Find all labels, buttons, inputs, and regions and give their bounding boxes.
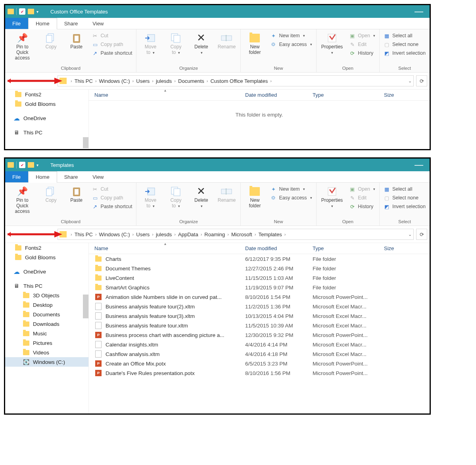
- move-to-button[interactable]: Moveto ▾: [139, 184, 162, 209]
- history-button[interactable]: ⟳History: [347, 49, 377, 57]
- move-to-button[interactable]: Moveto ▾: [139, 31, 162, 55]
- nav-item[interactable]: Videos: [5, 348, 88, 357]
- paste-button[interactable]: Paste: [65, 184, 88, 203]
- nav-item[interactable]: Gold Blooms: [5, 99, 88, 109]
- list-item[interactable]: PBusiness process chart with ascending p…: [89, 330, 430, 340]
- properties-button[interactable]: Properties▾: [319, 31, 345, 55]
- tab-view[interactable]: View: [85, 171, 111, 182]
- breadcrumb-segment[interactable]: Documents: [178, 78, 204, 84]
- list-item[interactable]: Document Themes12/27/2015 2:46 PMFile fo…: [89, 264, 430, 273]
- chevron-right-icon[interactable]: ›: [225, 232, 231, 237]
- list-item[interactable]: Cashflow analysis.xltm4/4/2016 4:18 PMMi…: [89, 349, 430, 359]
- list-item[interactable]: Business analysis feature tour.xltm11/5/…: [89, 321, 430, 330]
- chevron-right-icon[interactable]: ›: [172, 78, 178, 83]
- copy-button[interactable]: Copy: [40, 31, 63, 50]
- list-item[interactable]: PCreate an Office Mix.potx6/5/2015 3:23 …: [89, 359, 430, 368]
- new-folder-button[interactable]: Newfolder: [243, 184, 266, 209]
- refresh-button[interactable]: ⟳: [416, 229, 427, 240]
- minimize-button[interactable]: —: [411, 6, 427, 17]
- nav-pane[interactable]: Fonts2Gold Blooms☁OneDrive🖥This PC: [5, 90, 89, 149]
- column-header-date[interactable]: Date modified: [245, 245, 313, 251]
- select-all-button[interactable]: ▦Select all: [382, 32, 427, 40]
- list-item[interactable]: LiveContent11/15/2015 1:03 AMFile folder: [89, 273, 430, 283]
- nav-item[interactable]: Documents: [5, 310, 88, 319]
- chevron-right-icon[interactable]: ›: [252, 232, 259, 237]
- nav-item[interactable]: 🖥This PC: [5, 128, 88, 137]
- qat-properties-icon[interactable]: ✔: [19, 8, 25, 15]
- open-button[interactable]: ▣Open▾: [347, 32, 377, 40]
- paste-shortcut-button[interactable]: ↗Paste shortcut: [90, 203, 134, 210]
- chevron-right-icon[interactable]: ›: [172, 232, 178, 237]
- chevron-right-icon[interactable]: ›: [93, 78, 99, 83]
- invert-selection-button[interactable]: ◩Invert selection: [382, 203, 427, 210]
- column-header-type[interactable]: Type: [313, 92, 384, 98]
- rename-button[interactable]: Rename: [215, 31, 238, 50]
- column-header-name[interactable]: Name: [94, 245, 245, 251]
- qat-properties-icon[interactable]: ✔: [19, 162, 25, 168]
- tab-share[interactable]: Share: [57, 171, 86, 182]
- tab-file[interactable]: File: [5, 18, 28, 29]
- chevron-right-icon[interactable]: ›: [150, 78, 156, 83]
- tab-home[interactable]: Home: [28, 171, 57, 183]
- chevron-right-icon[interactable]: ›: [93, 232, 99, 237]
- tab-view[interactable]: View: [85, 18, 111, 29]
- pin-to-quick-access-button[interactable]: 📌 Pin to Quickaccess: [8, 31, 37, 61]
- breadcrumb-segment[interactable]: This PC: [75, 232, 93, 237]
- list-item[interactable]: PDuarte's Five Rules presentation.potx8/…: [89, 368, 430, 378]
- chevron-right-icon[interactable]: ›: [130, 232, 136, 237]
- breadcrumb-segment[interactable]: Users: [136, 78, 150, 84]
- paste-button[interactable]: Paste: [65, 31, 88, 50]
- column-header-size[interactable]: Size: [384, 92, 408, 98]
- copy-to-button[interactable]: Copyto ▾: [164, 184, 187, 209]
- nav-item[interactable]: Pictures: [5, 338, 88, 348]
- breadcrumb-segment[interactable]: Windows (C:): [99, 232, 130, 237]
- breadcrumb-segment[interactable]: Templates: [258, 232, 282, 237]
- select-none-button[interactable]: ▢Select none: [382, 194, 427, 202]
- tab-home[interactable]: Home: [28, 18, 57, 29]
- nav-item[interactable]: Fonts2: [5, 243, 88, 253]
- new-folder-button[interactable]: Newfolder: [243, 31, 266, 55]
- column-header-type[interactable]: Type: [313, 245, 384, 251]
- list-item[interactable]: PAnimation slide Numbers slide in on cur…: [89, 292, 430, 302]
- cut-button[interactable]: ✂Cut: [90, 32, 134, 40]
- nav-item[interactable]: 💽Windows (C:): [5, 357, 88, 367]
- edit-button[interactable]: ✎Edit: [347, 194, 377, 202]
- cut-button[interactable]: ✂Cut: [90, 185, 134, 193]
- breadcrumb-segment[interactable]: Custom Office Templates: [210, 78, 268, 84]
- rename-button[interactable]: Rename: [215, 184, 238, 203]
- easy-access-button[interactable]: ⯐Easy access▾: [269, 194, 313, 202]
- scrollbar-thumb[interactable]: [83, 295, 88, 318]
- minimize-button[interactable]: —: [411, 160, 427, 170]
- list-item[interactable]: Business analysis feature tour(3).xltm10…: [89, 311, 430, 321]
- open-button[interactable]: ▣Open▾: [347, 185, 377, 193]
- paste-shortcut-button[interactable]: ↗Paste shortcut: [90, 49, 134, 57]
- new-item-button[interactable]: ✦New item▾: [269, 32, 313, 40]
- nav-item[interactable]: Desktop: [5, 300, 88, 310]
- delete-button[interactable]: ✕ Delete▾: [190, 31, 213, 55]
- column-header-name[interactable]: Name: [94, 92, 245, 98]
- breadcrumb-segment[interactable]: julesds: [156, 78, 172, 84]
- chevron-right-icon[interactable]: ›: [268, 78, 274, 83]
- history-button[interactable]: ⟳History: [347, 203, 377, 210]
- easy-access-button[interactable]: ⯐Easy access▾: [269, 40, 313, 48]
- list-item[interactable]: Charts6/12/2017 9:35 PMFile folder: [89, 254, 430, 264]
- qat-dropdown-icon[interactable]: ▾: [36, 163, 38, 167]
- delete-button[interactable]: ✕ Delete▾: [190, 184, 213, 209]
- pin-to-quick-access-button[interactable]: 📌 Pin to Quickaccess: [8, 184, 37, 214]
- address-bar[interactable]: ›This PC›Windows (C:)›Users›julesds›AppD…: [58, 229, 414, 240]
- nav-item[interactable]: 🖥This PC: [5, 281, 88, 291]
- chevron-right-icon[interactable]: ›: [204, 78, 211, 83]
- address-dropdown-icon[interactable]: ⌄: [408, 232, 412, 237]
- breadcrumb-segment[interactable]: AppData: [178, 232, 198, 237]
- copy-button[interactable]: Copy: [40, 184, 63, 203]
- address-bar[interactable]: ›This PC›Windows (C:)›Users›julesds›Docu…: [58, 75, 414, 86]
- nav-item[interactable]: Gold Blooms: [5, 253, 88, 262]
- chevron-right-icon[interactable]: ›: [130, 78, 136, 83]
- address-dropdown-icon[interactable]: ⌄: [408, 78, 412, 84]
- list-item[interactable]: Business analysis feature tour(2).xltm11…: [89, 302, 430, 311]
- nav-item[interactable]: ☁OneDrive: [5, 267, 88, 276]
- copy-to-button[interactable]: Copyto ▾: [164, 31, 187, 55]
- refresh-button[interactable]: ⟳: [416, 75, 427, 86]
- copy-path-button[interactable]: ▭Copy path: [90, 194, 134, 202]
- breadcrumb-segment[interactable]: Roaming: [204, 232, 225, 237]
